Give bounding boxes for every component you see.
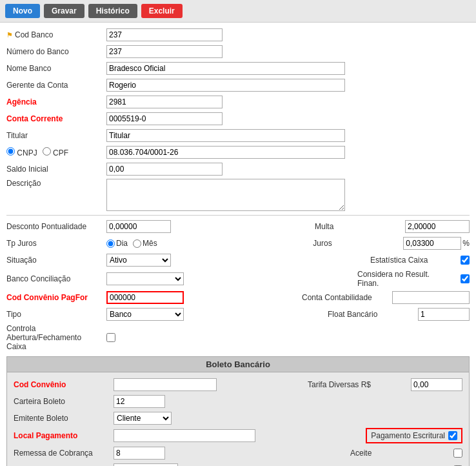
banco-conciliacao-label: Banco Conciliação	[6, 274, 106, 283]
descricao-textarea[interactable]	[106, 179, 345, 211]
aceite-checkbox[interactable]	[453, 449, 462, 458]
saldo-inicial-label: Saldo Inicial	[6, 165, 106, 174]
agencia-label: Agência	[6, 97, 106, 106]
numero-banco-label: Número do Banco	[6, 47, 106, 56]
boleto-header: Boleto Bancário	[7, 357, 469, 372]
cpf-radio[interactable]	[43, 147, 51, 156]
local-pagamento-label: Local Pagamento	[14, 431, 114, 440]
saldo-inicial-input[interactable]	[106, 163, 223, 176]
dia-radio-label[interactable]: Dia	[106, 239, 128, 248]
situacao-select[interactable]: Ativo Inativo	[106, 254, 171, 267]
float-bancario-input[interactable]	[418, 308, 470, 321]
nome-banco-input[interactable]	[106, 62, 345, 75]
cod-convenio-pagfor-label: Cod Convênio PagFor	[6, 293, 106, 302]
gravar-button[interactable]: Gravar	[44, 4, 84, 18]
boleto-cod-convenio-label: Cod Convênio	[14, 380, 114, 389]
cod-banco-input[interactable]	[106, 28, 223, 41]
emitente-boleto-select[interactable]: Cliente Banco	[114, 412, 172, 425]
cnpj-radio-label[interactable]: CNPJ	[6, 147, 37, 157]
tipo-label: Tipo	[6, 310, 106, 319]
emitente-boleto-label: Emitente Boleto	[14, 414, 114, 423]
pagamento-escritural-label: Pagamento Escritural	[371, 431, 445, 440]
gerente-conta-label: Gerente da Conta	[6, 81, 106, 90]
desconto-pontualidade-label: Desconto Pontualidade	[6, 222, 106, 231]
estatistica-caixa-checkbox[interactable]	[461, 256, 470, 265]
excluir-button[interactable]: Excluir	[141, 4, 183, 18]
mes-radio[interactable]	[133, 239, 141, 248]
pagamento-escritural-wrapper: Pagamento Escritural	[366, 428, 462, 443]
percent-symbol: %	[462, 239, 470, 248]
conta-corrente-input[interactable]	[106, 112, 223, 125]
pagamento-escritural-checkbox[interactable]	[448, 431, 457, 440]
controla-abertura-checkbox[interactable]	[106, 333, 115, 342]
historico-button[interactable]: Histórico	[88, 4, 137, 18]
tp-juros-radio-group: Dia Mês	[106, 239, 157, 248]
nome-banco-label: Nome Banco	[6, 64, 106, 73]
situacao-label: Situação	[6, 256, 106, 265]
desconto-pontualidade-input[interactable]	[106, 220, 171, 233]
cnpj-radio[interactable]	[6, 147, 15, 156]
conta-contabilidade-label: Conta Contabilidade	[302, 293, 392, 302]
tarifa-diversas-label: Tarifa Diversas R$	[308, 380, 411, 389]
numero-banco-input[interactable]	[106, 45, 223, 58]
conta-contabilidade-input[interactable]	[392, 291, 470, 304]
descricao-label: Descrição	[6, 179, 106, 188]
tipo-select[interactable]: Banco Caixa	[106, 308, 184, 321]
cpf-radio-label[interactable]: CPF	[43, 147, 68, 157]
carteira-boleto-input[interactable]	[114, 395, 165, 408]
tp-juros-label: Tp Juros	[6, 239, 106, 248]
tp-geracao-boleto-select[interactable]: JBoleto Outro	[114, 463, 178, 466]
multa-input[interactable]	[405, 220, 470, 233]
cod-convenio-pagfor-input[interactable]	[106, 291, 184, 304]
boleto-section: Boleto Bancário Cod Convênio Tarifa Dive…	[6, 356, 470, 466]
estatistica-caixa-label: Estatística Caixa	[370, 256, 461, 265]
carteira-boleto-label: Carteira Boleto	[14, 397, 114, 406]
considera-result-checkbox[interactable]	[461, 274, 470, 283]
considera-result-label: Considera no Result. Finan.	[357, 270, 461, 288]
tarifa-diversas-input[interactable]	[411, 378, 462, 391]
conta-corrente-label: Conta Corrente	[6, 114, 106, 123]
novo-button[interactable]: Novo	[5, 4, 40, 18]
cod-banco-label: ⚑Cod Banco	[6, 30, 106, 39]
banco-conciliacao-select[interactable]	[106, 272, 184, 285]
juros-input[interactable]	[403, 237, 461, 250]
titular-input[interactable]	[106, 129, 345, 142]
controla-abertura-label: Controla Abertura/Fechamento Caixa	[6, 324, 106, 351]
cnpj-cpf-input[interactable]	[106, 146, 345, 159]
cnpj-cpf-section-label: CNPJ CPF	[6, 147, 106, 157]
mes-radio-label[interactable]: Mês	[133, 239, 157, 248]
gerente-conta-input[interactable]	[106, 79, 345, 92]
local-pagamento-input[interactable]	[114, 429, 255, 442]
remessa-cobranca-input[interactable]	[114, 447, 165, 460]
titular-label: Titular	[6, 131, 106, 140]
warning-icon: ⚑	[6, 31, 13, 39]
dia-radio[interactable]	[106, 239, 115, 248]
float-bancario-label: Float Bancário	[328, 310, 418, 319]
boleto-cod-convenio-input[interactable]	[114, 378, 217, 391]
juros-label: Juros	[313, 239, 403, 248]
remessa-cobranca-label: Remessa de Cobrança	[14, 449, 114, 458]
multa-label: Multa	[315, 222, 405, 231]
agencia-input[interactable]	[106, 96, 223, 108]
aceite-label: Aceite	[350, 449, 453, 458]
